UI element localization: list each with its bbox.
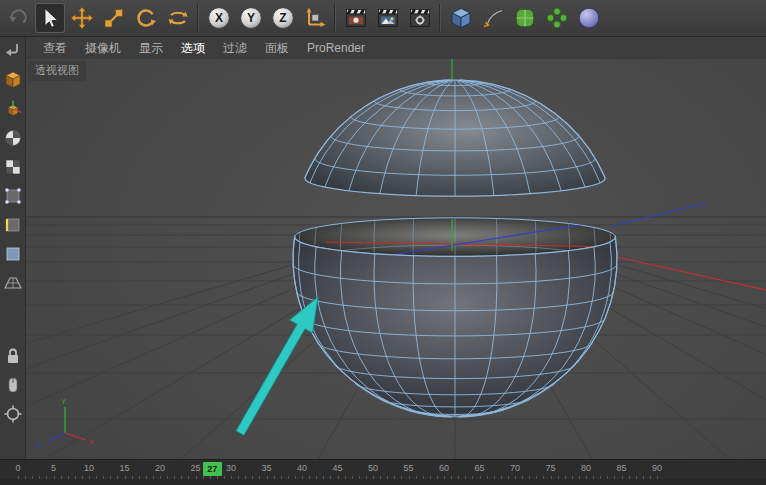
lock-x-axis-button[interactable]: X [204,3,234,33]
timeline-tick [650,476,651,479]
annotation-arrow [236,297,318,435]
lock-z-axis-button[interactable]: Z [268,3,298,33]
timeline-tick [196,476,197,479]
array-generator-button[interactable] [542,3,572,33]
menu-item-6[interactable]: ProRender [298,39,374,57]
timeline-tick [96,476,97,479]
timeline-tick [423,476,424,479]
viewport-canvas[interactable]: YXZ [26,59,766,459]
live-selection-button[interactable] [35,3,65,33]
viewport-column: 查看摄像机显示选项过滤面板ProRender YXZ 透视视图 [26,37,766,459]
timeline-tick [401,476,402,479]
model-mode-button[interactable] [2,69,24,91]
checker-ball-icon [3,128,23,148]
menu-item-3[interactable]: 选项 [172,38,214,59]
menu-item-2[interactable]: 显示 [130,38,172,59]
last-tool-button[interactable] [163,3,193,33]
render-view-button[interactable] [341,3,371,33]
timeline-tick [32,476,33,479]
timeline-tick-label: 10 [84,463,94,473]
polygons-mode-button[interactable] [2,243,24,265]
mouse-icon [3,375,23,395]
timeline-tick [373,476,374,479]
timeline-tick [217,476,218,479]
points-mode-button[interactable] [2,185,24,207]
timeline-tick-label: 25 [190,463,200,473]
timeline-tick [338,476,339,479]
axis-ball-icon: X [207,6,231,30]
menu-item-0[interactable]: 查看 [34,38,76,59]
convert-selection-button[interactable] [2,40,24,62]
timeline-tick [480,476,481,479]
timeline-tick [366,476,367,479]
scale-icon [102,6,126,30]
add-cube-primitive-button[interactable] [446,3,476,33]
edges-mode-button[interactable] [2,214,24,236]
timeline-tick [430,476,431,479]
pen-spline-button[interactable] [478,3,508,33]
menu-item-5[interactable]: 面板 [256,38,298,59]
svg-text:Y: Y [247,11,255,25]
timeline-tick [614,476,615,479]
texture-mode-button[interactable] [2,127,24,149]
timeline-tick [657,476,658,479]
timeline-tick [522,476,523,479]
render-picture-viewer-button[interactable] [373,3,403,33]
subdivision-surface-button[interactable] [510,3,540,33]
toolbar-separator [437,4,444,32]
undo-button[interactable] [3,3,33,33]
snap-icon [3,404,23,424]
timeline-tick [117,476,118,479]
timeline-tick [501,476,502,479]
rotate-button[interactable] [131,3,161,33]
current-frame-marker[interactable]: 27 [203,462,222,476]
timeline-tick [110,476,111,479]
axis-ball-icon: Y [239,6,263,30]
object-axis-mode-button[interactable] [2,98,24,120]
timeline-ruler[interactable]: 05101520253035404550556065707580859027 [0,459,766,479]
timeline-tick-label: 15 [119,463,129,473]
timeline-tick [515,476,516,479]
timeline-tick [245,476,246,479]
move-button[interactable] [67,3,97,33]
lock-y-axis-button[interactable]: Y [236,3,266,33]
cube-icon [449,6,473,30]
timeline-tick [82,476,83,479]
viewport[interactable]: YXZ 透视视图 [26,59,766,459]
render-settings-button[interactable] [405,3,435,33]
sphere-blue-icon [577,6,601,30]
timeline-tick [387,476,388,479]
timeline-tick [160,476,161,479]
timeline-tick [572,476,573,479]
undo-icon [6,6,30,30]
timeline-tick [132,476,133,479]
coordinate-system-button[interactable] [300,3,330,33]
workplane-mode-button[interactable] [2,272,24,294]
cursor-icon [38,6,62,30]
timeline-tick-label: 50 [368,463,378,473]
timeline-tick-label: 80 [581,463,591,473]
timeline-tick [323,476,324,479]
metaball-button[interactable] [574,3,604,33]
timeline-tick [458,476,459,479]
timeline-tick [146,476,147,479]
timeline-tick-label: 0 [15,463,20,473]
timeline-tick [551,476,552,479]
scale-button[interactable] [99,3,129,33]
pen-icon [481,6,505,30]
workplane-icon [3,273,23,293]
timeline-tick [607,476,608,479]
menu-item-1[interactable]: 摄像机 [76,38,130,59]
lock-workplane-button[interactable] [2,345,24,367]
timeline-tick [593,476,594,479]
timeline-tick [600,476,601,479]
menu-item-4[interactable]: 过滤 [214,38,256,59]
viewport-navigation-button[interactable] [2,374,24,396]
enable-snap-button[interactable] [2,403,24,425]
timeline-tick-label: 35 [261,463,271,473]
uv-edit-mode-button[interactable] [2,156,24,178]
timeline-tick [345,476,346,479]
timeline-tick [125,476,126,479]
toolbar-separator [195,4,202,32]
timeline-tick [238,476,239,479]
